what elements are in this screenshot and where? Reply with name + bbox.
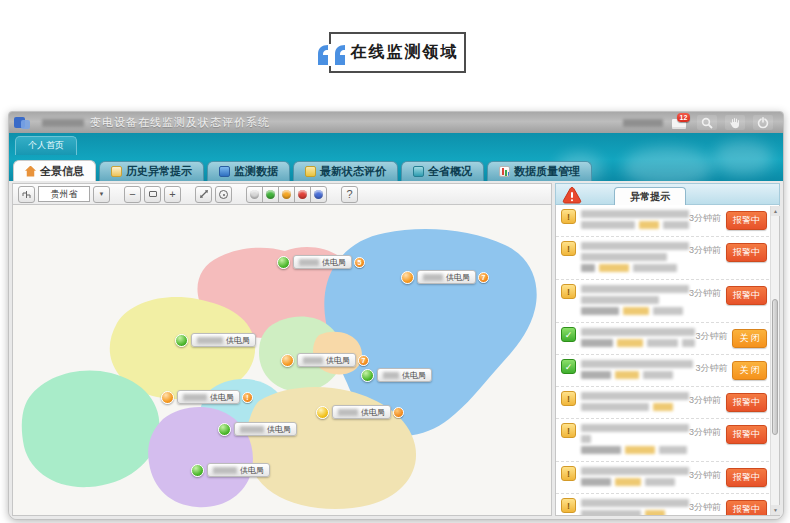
alarm-count-badge: 7 (478, 272, 489, 283)
alert-time: 3分钟前 (689, 500, 721, 515)
alert-row[interactable]: ! 3分钟前 报警中 (556, 494, 769, 516)
alert-time: 3分钟前 (689, 468, 721, 483)
alarm-icon: ! (561, 241, 576, 256)
alert-action-button[interactable]: 报警中 (726, 243, 767, 262)
alarm-count-badge: 7 (358, 355, 369, 366)
alert-action-button[interactable]: 报警中 (726, 468, 767, 487)
alert-time: 3分钟前 (695, 329, 727, 344)
alarm-warning-badge: ! (242, 392, 253, 403)
fullscreen-arrows-icon[interactable] (195, 186, 212, 203)
power-icon[interactable] (753, 115, 773, 130)
app-title: 变电设备在线监测及状态评价系统 (90, 115, 270, 130)
alarm-icon: ! (561, 423, 576, 438)
alert-row[interactable]: ✓ 3分钟前 关 闭 (556, 323, 769, 355)
page-title-box: 在线监测领域 (329, 32, 466, 73)
status-marker-green-icon (175, 334, 188, 347)
map-label-bureau-6[interactable]: 供电局 (316, 405, 404, 419)
scroll-down-icon[interactable]: ▼ (771, 505, 780, 515)
tab-data-quality[interactable]: 数据质量管理 (487, 161, 592, 181)
zoom-reset-button[interactable] (144, 186, 161, 203)
alert-time: 3分钟前 (689, 393, 721, 408)
alarm-count-badge (393, 407, 404, 418)
region-dropdown-arrow[interactable]: ▼ (93, 186, 110, 203)
resolved-icon: ✓ (561, 359, 576, 374)
search-icon[interactable] (697, 115, 717, 130)
alert-scrollbar[interactable]: ▲ ▼ (770, 206, 779, 515)
status-filter-all[interactable] (246, 186, 263, 203)
scroll-up-icon[interactable]: ▲ (771, 206, 780, 216)
center-map-icon[interactable] (215, 186, 232, 203)
alert-action-button[interactable]: 报警中 (726, 286, 767, 305)
alert-action-button[interactable]: 关 闭 (732, 361, 767, 380)
fit-view-icon (149, 191, 157, 197)
content-area: 贵州省 ▼ − + ? (9, 181, 783, 519)
map-toolbar: 贵州省 ▼ − + ? (12, 183, 552, 205)
alert-panel-title[interactable]: 异常提示 (614, 187, 686, 206)
alert-action-button[interactable]: 报警中 (726, 211, 767, 230)
map-label-bureau-5[interactable]: 供电局 (361, 368, 432, 382)
alert-row[interactable]: ! 3分钟前 报警中 (556, 387, 769, 419)
status-marker-orange-icon (281, 354, 294, 367)
alert-row[interactable]: ! 3分钟前 报警中 (556, 237, 769, 280)
map-label-bureau-3[interactable]: 供电局 (175, 333, 256, 347)
resolved-icon: ✓ (561, 327, 576, 342)
status-marker-green-icon (218, 423, 231, 436)
zoom-in-button[interactable]: + (164, 186, 181, 203)
tab-monitoring-data[interactable]: 监测数据 (207, 161, 290, 181)
alarm-icon: ! (561, 498, 576, 513)
map-label-bureau-2[interactable]: 供电局 7 (401, 270, 489, 284)
status-marker-orange-icon (401, 271, 414, 284)
bar-chart-icon (499, 166, 510, 177)
tab-personal-home[interactable]: 个人首页 (15, 136, 77, 155)
status-marker-yellow-icon (316, 406, 329, 419)
help-button[interactable]: ? (341, 186, 358, 203)
alarm-icon: ! (561, 284, 576, 299)
alert-panel-header: 异常提示 (555, 183, 780, 205)
alert-time: 3分钟前 (695, 361, 727, 376)
page-title: 在线监测领域 (337, 42, 459, 63)
tab-latest-status-eval[interactable]: 最新状态评价 (293, 161, 398, 181)
alarm-icon: ! (561, 209, 576, 224)
alert-row[interactable]: ! 3分钟前 报警中 (556, 205, 769, 237)
map-label-bureau-7[interactable]: 供电局 ! (161, 390, 253, 404)
alarm-count-badge: 5 (354, 257, 365, 268)
status-marker-orange-icon (161, 391, 174, 404)
map-label-bureau-4[interactable]: 供电局 7 (281, 353, 369, 367)
alarm-icon: ! (561, 391, 576, 406)
region-select[interactable]: 贵州省 (38, 186, 90, 202)
alert-row[interactable]: ! 3分钟前 报警中 (556, 280, 769, 323)
alarm-icon: ! (561, 466, 576, 481)
tab-province-overview[interactable]: 全省概况 (401, 161, 484, 181)
tab-history-alerts[interactable]: 历史异常提示 (99, 161, 204, 181)
org-tree-icon[interactable] (18, 186, 35, 203)
status-marker-green-icon (361, 369, 374, 382)
map-label-bureau-9[interactable]: 供电局 (191, 463, 270, 477)
alert-action-button[interactable]: 报警中 (726, 425, 767, 444)
blurred-username (623, 119, 663, 127)
alert-row[interactable]: ! 3分钟前 报警中 (556, 462, 769, 494)
evaluation-icon (305, 166, 316, 177)
alert-action-button[interactable]: 报警中 (726, 500, 767, 516)
status-filter-warning[interactable] (278, 186, 295, 203)
alerts-monitor-icon[interactable]: 12 (671, 116, 689, 130)
status-filter-offline[interactable] (310, 186, 327, 203)
map-label-bureau-8[interactable]: 供电局 (218, 422, 297, 436)
map-panel: 贵州省 ▼ − + ? (12, 183, 552, 516)
hand-icon[interactable] (725, 115, 745, 130)
tab-panorama-info[interactable]: 全景信息 (13, 160, 96, 181)
status-marker-green-icon (277, 256, 290, 269)
alert-action-button[interactable]: 报警中 (726, 393, 767, 412)
zoom-out-button[interactable]: − (124, 186, 141, 203)
scrollbar-thumb[interactable] (772, 299, 778, 435)
alert-time: 3分钟前 (689, 211, 721, 226)
status-filter-alarm[interactable] (294, 186, 311, 203)
app-logo-icon (14, 116, 40, 130)
status-filter-normal[interactable] (262, 186, 279, 203)
map-canvas[interactable]: 供电局 5 供电局 7 供电局 供电局 7 (12, 205, 552, 516)
history-page-icon (111, 166, 122, 177)
map-label-bureau-1[interactable]: 供电局 5 (277, 255, 365, 269)
nav-band: 个人首页 全景信息 历史异常提示 监测数据 最新状态评价 全省概况 (9, 133, 783, 181)
alert-action-button[interactable]: 关 闭 (732, 329, 767, 348)
alert-row[interactable]: ✓ 3分钟前 关 闭 (556, 355, 769, 387)
alert-row[interactable]: ! 3分钟前 报警中 (556, 419, 769, 462)
